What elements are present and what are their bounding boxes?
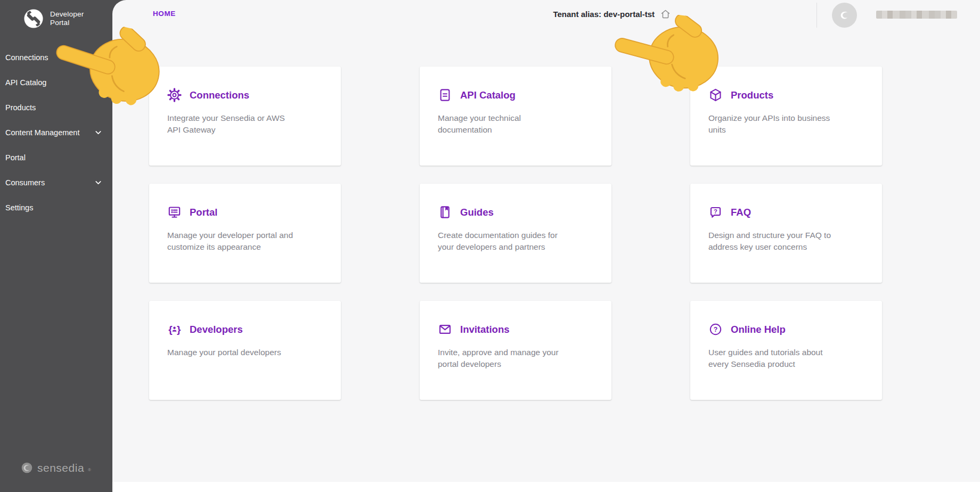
- card-description: Manage your developer portal and customi…: [167, 229, 298, 253]
- app-logo: Developer Portal: [23, 9, 84, 29]
- sidebar-item-settings[interactable]: Settings: [0, 195, 112, 220]
- braces-user-icon: { }: [167, 322, 182, 337]
- document-icon: [438, 88, 452, 102]
- card-connections[interactable]: Connections Integrate your Sensedia or A…: [149, 67, 341, 166]
- card-title: Portal: [190, 207, 217, 218]
- card-api-catalog[interactable]: API Catalog Manage your technical docume…: [420, 67, 611, 166]
- sidebar-nav: Connections API Catalog Products Content…: [0, 45, 112, 220]
- monitor-icon: [167, 205, 182, 219]
- card-description: Create documentation guides for your dev…: [438, 229, 569, 253]
- card-developers[interactable]: { } Developers Manage your portal develo…: [149, 301, 341, 400]
- card-products[interactable]: Products Organize your APIs into busines…: [690, 67, 882, 166]
- sensedia-swirl-icon: [20, 461, 34, 474]
- sidebar-item-connections[interactable]: Connections: [0, 45, 112, 70]
- sensedia-footer-logo: sensedia ®: [20, 461, 91, 474]
- cube-icon: [708, 88, 723, 102]
- svg-text:?: ?: [714, 326, 718, 333]
- sidebar-item-products[interactable]: Products: [0, 95, 112, 120]
- card-description: User guides and tutorials about every Se…: [708, 347, 839, 370]
- card-description: Organize your APIs into business units: [708, 112, 839, 136]
- card-online-help[interactable]: ? Online Help User guides and tutorials …: [690, 301, 882, 400]
- tenant-alias: Tenant alias: dev-portal-tst: [553, 9, 671, 20]
- card-description: Design and structure your FAQ to address…: [708, 229, 839, 253]
- home-card-grid: Connections Integrate your Sensedia or A…: [149, 67, 882, 400]
- sensedia-swirl-icon: [837, 8, 852, 22]
- registered-mark: ®: [88, 468, 91, 472]
- card-portal[interactable]: Portal Manage your developer portal and …: [149, 184, 341, 283]
- chevron-down-icon: [94, 178, 103, 187]
- card-title: Products: [731, 89, 773, 101]
- book-icon: [438, 205, 452, 219]
- card-description: Manage your portal developers: [167, 347, 298, 358]
- chevron-down-icon: [94, 128, 103, 137]
- sidebar-item-consumers[interactable]: Consumers: [0, 170, 112, 195]
- card-title: Guides: [460, 207, 494, 218]
- sidebar-item-portal[interactable]: Portal: [0, 145, 112, 170]
- card-title: Developers: [190, 324, 243, 335]
- tenant-alias-text: Tenant alias: dev-portal-tst: [553, 10, 655, 19]
- sensedia-mark-icon: [23, 9, 44, 29]
- card-invitations[interactable]: Invitations Invite, approve and manage y…: [420, 301, 611, 400]
- question-circle-icon: ?: [708, 322, 723, 337]
- gear-icon: [167, 88, 182, 102]
- card-title: FAQ: [731, 207, 751, 218]
- page-bottom-strip: [112, 482, 980, 492]
- app-title: Developer Portal: [50, 10, 84, 27]
- envelope-icon: [438, 322, 452, 337]
- sidebar-item-content-management[interactable]: Content Management: [0, 120, 112, 145]
- card-description: Invite, approve and manage your portal d…: [438, 347, 569, 370]
- svg-text:?: ?: [714, 208, 717, 215]
- home-icon[interactable]: [660, 9, 671, 20]
- header-divider: [816, 3, 817, 28]
- question-bubble-icon: ?: [708, 205, 723, 219]
- sidebar-item-api-catalog[interactable]: API Catalog: [0, 70, 112, 95]
- user-name-redacted[interactable]: [876, 11, 957, 19]
- card-title: API Catalog: [460, 89, 516, 101]
- user-avatar[interactable]: [832, 3, 857, 28]
- card-title: Online Help: [731, 324, 786, 335]
- card-description: Integrate your Sensedia or AWS API Gatew…: [167, 112, 298, 136]
- card-description: Manage your technical documentation: [438, 112, 569, 136]
- main-content: HOME Tenant alias: dev-portal-tst: [112, 0, 980, 492]
- sidebar: Developer Portal Connections API Catalog…: [0, 0, 112, 492]
- card-title: Invitations: [460, 324, 510, 335]
- card-faq[interactable]: ? FAQ Design and structure your FAQ to a…: [690, 184, 882, 283]
- sensedia-footer-text: sensedia: [37, 462, 84, 474]
- svg-text:}: }: [177, 324, 181, 335]
- breadcrumb-home-link[interactable]: HOME: [153, 10, 176, 18]
- card-guides[interactable]: Guides Create documentation guides for y…: [420, 184, 611, 283]
- svg-text:{: {: [168, 324, 173, 335]
- card-title: Connections: [190, 89, 249, 101]
